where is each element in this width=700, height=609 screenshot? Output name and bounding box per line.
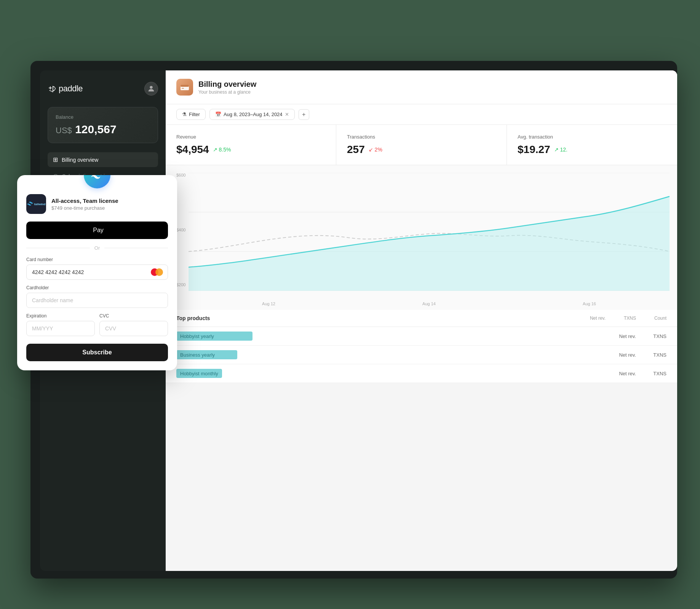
billing-title: Billing overview [198, 80, 256, 89]
card-number-input[interactable] [26, 265, 168, 280]
date-filter-close[interactable]: ✕ [285, 112, 289, 117]
add-filter-button[interactable]: + [299, 109, 309, 120]
product-name-col-business-yearly: Business yearly [176, 350, 598, 359]
transactions-amount: 257 [347, 143, 365, 156]
chart-area: $600 $400 $200 Aug 12 Aug 14 [166, 165, 677, 310]
balance-number: 120,567 [75, 123, 116, 136]
billing-app-icon [176, 79, 193, 96]
add-icon: + [302, 111, 305, 118]
metric-value-revenue: $4,954 ↗ 8.5% [176, 143, 325, 156]
avatar-button[interactable] [144, 82, 158, 96]
modal-product-price: $749 one-time purchase [51, 205, 118, 211]
revenue-change: ↗ 8.5% [213, 147, 231, 153]
product-name-col-hobbyist-monthly: Hobbyist monthly [176, 369, 598, 378]
metric-label-avg: Avg. transaction [518, 134, 666, 140]
product-net-rev-business-yearly: Net rev. [598, 352, 636, 358]
chart-y-labels: $600 $400 $200 [176, 173, 185, 287]
billing-overview-icon: ⊞ [53, 156, 58, 163]
expiration-input[interactable] [26, 321, 95, 336]
balance-label: Balance [56, 114, 150, 120]
metrics-row: Revenue $4,954 ↗ 8.5% Transactions 257 ↙… [166, 125, 677, 165]
svg-rect-2 [181, 85, 189, 87]
chart-svg [189, 173, 670, 291]
modal-product-name: All-access, Team license [51, 198, 118, 204]
divider-text: Or [94, 245, 100, 251]
billing-panel: Billing overview Your business at a glan… [166, 70, 677, 571]
expiry-cvc-row: Expiration CVC [26, 313, 168, 341]
metric-card-transactions: Transactions 257 ↙ 2% [336, 125, 507, 165]
cardholder-input[interactable] [26, 293, 168, 308]
cvc-group: CVC [99, 313, 168, 336]
modal-content: tailwind All-access, Team license $749 o… [17, 188, 177, 370]
product-bar-text-hobbyist-monthly: Hobbyist monthly [180, 371, 218, 376]
svg-rect-3 [182, 88, 184, 89]
subscribe-label: Subscribe [82, 349, 112, 356]
date-filter[interactable]: 📅 Aug 8, 2023–Aug 14, 2024 ✕ [209, 109, 295, 120]
product-bar-hobbyist-monthly: Hobbyist monthly [176, 369, 222, 378]
billing-overview-label: Billing overview [62, 157, 98, 163]
card-number-label: Card number [26, 257, 168, 262]
modal-product: tailwind All-access, Team license $749 o… [26, 194, 168, 214]
expiration-group: Expiration [26, 313, 95, 336]
col-header-count: Count [636, 316, 666, 321]
product-bar-hobbyist-yearly: Hobbyist yearly [176, 332, 253, 341]
product-bar-text-business-yearly: Business yearly [180, 352, 215, 358]
product-txns-hobbyist-monthly: TXNS [636, 371, 666, 376]
filter-label: Filter [189, 112, 200, 117]
modal-product-info: All-access, Team license $749 one-time p… [51, 198, 118, 211]
logo-p-icon: ꉣ [48, 83, 57, 95]
cardholder-group: Cardholder [26, 285, 168, 308]
calendar-icon: 📅 [215, 112, 221, 117]
sidebar-item-billing-overview[interactable]: ⊞ Billing overview [48, 152, 158, 167]
metric-label-transactions: Transactions [347, 134, 496, 140]
product-brand-text: tailwind [34, 202, 46, 206]
transactions-change: ↙ 2% [369, 147, 382, 153]
logo-text: ꉣ paddle [48, 83, 83, 95]
billing-title-block: Billing overview Your business at a glan… [198, 80, 256, 95]
x-label-aug14: Aug 14 [422, 301, 436, 306]
col-header-txns: TXNS [606, 316, 636, 321]
balance-card: Balance US$ 120,567 [48, 107, 158, 143]
product-net-rev-hobbyist-yearly: Net rev. [598, 333, 636, 339]
product-name-col-hobbyist-yearly: Hobbyist yearly [176, 332, 598, 341]
logo-name: paddle [59, 84, 83, 94]
product-txns-business-yearly: TXNS [636, 352, 666, 358]
chart-x-labels: Aug 12 Aug 14 Aug 16 [189, 301, 670, 306]
sidebar-logo: ꉣ paddle [48, 82, 158, 96]
x-label-aug12: Aug 12 [262, 301, 275, 306]
filter-bar: ⚗ Filter 📅 Aug 8, 2023–Aug 14, 2024 ✕ + [166, 104, 677, 125]
col-header-net-rev: Net rev. [567, 316, 606, 321]
metric-card-revenue: Revenue $4,954 ↗ 8.5% [166, 125, 336, 165]
apple-pay-label: Pay [93, 227, 104, 234]
subscribe-button[interactable]: Subscribe [26, 344, 168, 361]
payment-modal: tailwind All-access, Team license $749 o… [17, 175, 177, 370]
metric-label-revenue: Revenue [176, 134, 325, 140]
card-input-wrapper [26, 265, 168, 280]
product-txns-hobbyist-yearly: TXNS [636, 333, 666, 339]
filter-icon: ⚗ [182, 112, 187, 117]
product-bar-business-yearly: Business yearly [176, 350, 237, 359]
or-divider: Or [26, 245, 168, 251]
y-label-600: $600 [176, 173, 185, 177]
products-section: Top products Net rev. TXNS Count Hobbyis… [166, 310, 677, 383]
avg-change: ↗ 12. [554, 147, 567, 153]
modal-product-icon: tailwind [26, 194, 46, 214]
product-bar-text-hobbyist-yearly: Hobbyist yearly [180, 333, 214, 339]
cvc-input[interactable] [99, 321, 168, 336]
product-row-business-yearly: Business yearly Net rev. TXNS [166, 346, 677, 364]
balance-amount: US$ 120,567 [56, 123, 150, 136]
filter-button[interactable]: ⚗ Filter [176, 109, 206, 120]
revenue-amount: $4,954 [176, 143, 209, 156]
product-row-hobbyist-yearly: Hobbyist yearly Net rev. TXNS [166, 327, 677, 346]
modal-brand-icon [84, 175, 110, 188]
expiration-label: Expiration [26, 313, 95, 319]
card-icons [150, 268, 163, 276]
product-row-hobbyist-monthly: Hobbyist monthly Net rev. TXNS [166, 364, 677, 383]
date-range-text: Aug 8, 2023–Aug 14, 2024 [224, 112, 283, 117]
apple-pay-button[interactable]: Pay [26, 222, 168, 239]
x-label-aug16: Aug 16 [583, 301, 596, 306]
card-number-group: Card number [26, 257, 168, 280]
products-title: Top products [176, 315, 567, 321]
svg-point-0 [150, 86, 152, 89]
balance-currency: US$ [56, 126, 72, 135]
